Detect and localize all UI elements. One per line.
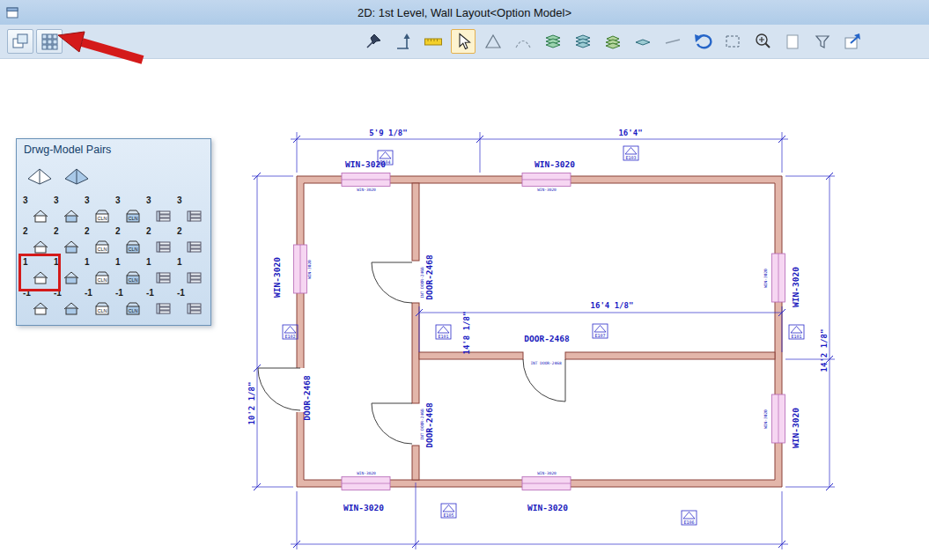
pair-cell-neg1-model[interactable]: -1 — [20, 287, 51, 318]
pair-cell-3-cln-model[interactable]: 3CLN — [82, 195, 113, 225]
elevation-tool-button[interactable] — [391, 29, 416, 54]
pair-cell-1-layers[interactable]: 1 — [144, 256, 174, 287]
pair-cell-1-cln-model[interactable]: 1CLN — [82, 256, 113, 287]
window-tag: E103 — [623, 146, 638, 160]
roof-drawing-icon — [63, 166, 91, 187]
svg-text:E101: E101 — [791, 334, 801, 339]
pair-cell-neg1-drawing[interactable]: -1 — [51, 287, 82, 318]
window-label: WIN-3020 — [791, 408, 800, 448]
svg-text:E105: E105 — [443, 512, 453, 518]
window-label: WIN-3020 — [527, 503, 568, 512]
door-label: DOOR-2468 — [524, 334, 570, 343]
pair-cell-neg1-layers-alt[interactable]: -1 — [174, 287, 205, 318]
zoom-tool-button[interactable] — [750, 29, 775, 54]
pair-cell-2-layers[interactable]: 2 — [144, 225, 174, 256]
door-label: DOOR-2468 — [302, 375, 312, 421]
svg-text:E104: E104 — [380, 159, 390, 165]
window-label: WIN-3020 — [272, 257, 282, 298]
annotation-arrow — [51, 28, 150, 67]
svg-text:CLN: CLN — [128, 216, 137, 221]
small-window-label: WIN-3020 — [307, 260, 312, 279]
single-layer-icon — [633, 32, 653, 51]
small-window-label: WIN-3020 — [357, 188, 376, 192]
pair-cell-2-cln-model[interactable]: 2CLN — [82, 225, 113, 256]
layers-a-tool-button[interactable] — [541, 29, 565, 54]
house-icon — [32, 302, 49, 315]
door-left-wall — [258, 368, 300, 410]
pair-cell-2-model[interactable]: 2 — [20, 225, 51, 256]
slope-line-tool-button[interactable] — [660, 29, 685, 54]
pair-cell-3-layers[interactable]: 3 — [144, 195, 174, 225]
door-interior-lower — [372, 403, 412, 444]
send-to-window-icon — [843, 32, 862, 51]
layer-flat-tool-button[interactable] — [630, 29, 655, 54]
door-tag: E107 — [593, 324, 608, 338]
pair-cell-3-layers-alt[interactable]: 3 — [174, 195, 205, 225]
dim-left: 10'2 1/8" — [247, 382, 256, 425]
window-tag: E101 — [789, 325, 804, 339]
sheet-tool-button[interactable] — [780, 29, 805, 54]
pair-cell-3-drawing[interactable]: 3 — [51, 195, 82, 225]
model-view-button[interactable] — [26, 166, 54, 187]
small-annotations: WIN-3020 WIN-3020 WIN-3020 WIN-3020 WIN-… — [307, 188, 768, 475]
house-icon — [32, 210, 49, 223]
contour-tool-button[interactable] — [511, 29, 535, 54]
clean-layer-icon: CLN — [124, 240, 142, 254]
svg-text:E103: E103 — [625, 155, 636, 160]
pair-cell-neg1-layers[interactable]: -1 — [144, 287, 174, 318]
dim-right: 14'2 1/8" — [820, 329, 829, 372]
undo-tool-button[interactable] — [690, 29, 715, 54]
window-title: 2D: 1st Level, Wall Layout<Option Model> — [0, 6, 929, 19]
layer-list-icon — [155, 210, 173, 223]
svg-text:CLN: CLN — [128, 277, 137, 283]
pin-icon — [364, 32, 383, 51]
clean-layer-icon: CLN — [93, 302, 111, 315]
drawing-pairs-button[interactable] — [7, 29, 33, 54]
window-label: WIN-3020 — [791, 267, 800, 307]
undo-arrow-icon — [693, 32, 712, 51]
pair-cell-2-layers-alt[interactable]: 2 — [174, 225, 205, 256]
center-tool-group — [361, 29, 865, 54]
palette-title: Drwg-Model Pairs — [17, 139, 210, 160]
layers-c-tool-button[interactable] — [601, 29, 625, 54]
pair-cell-2-drawing[interactable]: 2 — [51, 225, 82, 256]
layer-list-icon — [186, 210, 203, 223]
window-tag: E104 — [378, 151, 393, 165]
filter-tool-button[interactable] — [810, 29, 835, 54]
pair-cell-1-cln-drawing[interactable]: 1CLN — [113, 256, 144, 287]
layer-list-icon — [155, 240, 173, 254]
layer-list-icon — [186, 271, 203, 284]
pair-cell-neg1-cln-drawing[interactable]: -1CLN — [113, 287, 144, 318]
line-icon — [663, 32, 682, 51]
svg-text:CLN: CLN — [97, 277, 107, 283]
pair-cell-3-model[interactable]: 3 — [20, 195, 51, 225]
layers-b-tool-button[interactable] — [571, 29, 595, 54]
title-bar[interactable]: 2D: 1st Level, Wall Layout<Option Model> — [0, 0, 929, 25]
house-icon — [32, 240, 49, 254]
drawing-canvas[interactable]: 5'9 1/8" 16'4" 16'4 1/8" 10'2 1/8" 14'8 … — [0, 59, 929, 560]
window-tag: E102 — [283, 325, 298, 339]
triangle-icon — [483, 32, 503, 51]
selection-rectangle-icon — [723, 32, 742, 51]
house-icon — [63, 302, 80, 315]
marquee-tool-button[interactable] — [720, 29, 745, 54]
svg-text:E106: E106 — [683, 519, 694, 525]
triangle-tool-button[interactable] — [481, 29, 505, 54]
drawing-view-button[interactable] — [63, 166, 91, 187]
pair-cell-3-cln-drawing[interactable]: 3CLN — [113, 195, 144, 225]
small-door-label: INT DOOR-2468 — [420, 267, 424, 298]
pin-tool-button[interactable] — [361, 29, 386, 54]
pair-cell-neg1-cln-model[interactable]: -1CLN — [82, 287, 113, 318]
measure-tool-button[interactable] — [421, 29, 446, 54]
select-tool-button[interactable] — [451, 29, 476, 54]
house-icon — [63, 271, 80, 284]
clean-layer-icon: CLN — [93, 240, 111, 254]
svg-text:E107: E107 — [594, 333, 605, 338]
layers-stack-icon — [573, 32, 593, 51]
send-to-view-tool-button[interactable] — [840, 29, 865, 54]
drwg-model-pairs-palette[interactable]: Drwg-Model Pairs 3 3 — [16, 138, 211, 326]
pair-cell-1-layers-alt[interactable]: 1 — [174, 256, 205, 287]
pair-cell-2-cln-drawing[interactable]: 2CLN — [113, 225, 144, 256]
windows — [294, 173, 785, 490]
elevation-arrow-icon — [394, 32, 413, 51]
